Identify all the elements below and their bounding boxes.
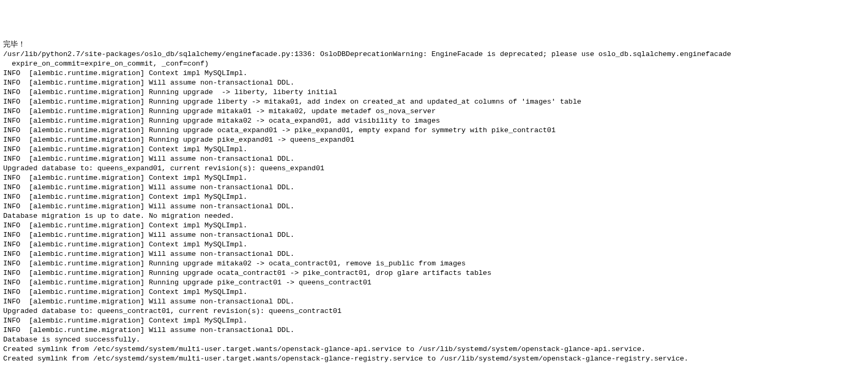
terminal-output[interactable]: 完毕！ /usr/lib/python2.7/site-packages/osl… [3,40,865,364]
